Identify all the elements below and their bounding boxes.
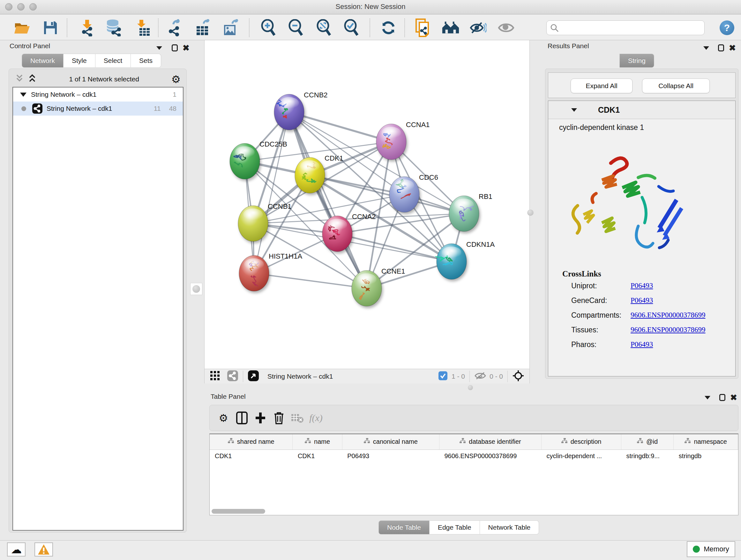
network-options-gear-button[interactable]: ⚙ xyxy=(171,74,181,84)
collapse-all-button[interactable]: Collapse All xyxy=(642,78,710,93)
save-session-button[interactable] xyxy=(42,19,59,37)
expand-collapse-box: Expand All Collapse All xyxy=(548,72,736,98)
string-network-indicator[interactable] xyxy=(227,370,239,383)
table-panel-tabs: Node TableEdge TableNetwork Table xyxy=(379,520,539,535)
table-panel-close-button[interactable]: ✖ xyxy=(728,392,739,403)
column-header-shared-name[interactable]: shared name xyxy=(210,434,293,449)
network-from-selection-button[interactable] xyxy=(414,19,432,37)
control-panel-float-button[interactable] xyxy=(169,43,180,53)
results-panel-float-button[interactable] xyxy=(716,43,726,53)
network-node-CDKN1A[interactable]: CDKN1A xyxy=(435,240,495,279)
memory-button[interactable]: Memory xyxy=(687,541,735,557)
column-label: database identifier xyxy=(469,438,521,445)
tab-style[interactable]: Style xyxy=(64,54,95,68)
results-panel-menu-button[interactable] xyxy=(701,43,712,53)
tab-network[interactable]: Network xyxy=(22,54,64,68)
network-edge-CCNB2-CCNE1[interactable] xyxy=(289,112,367,288)
collapse-all-networks-button[interactable] xyxy=(15,74,24,84)
create-column-button[interactable] xyxy=(251,409,270,427)
network-edge-HIST1H1A-CCNE1[interactable] xyxy=(254,273,367,288)
network-node-CDC6[interactable]: CDC6 xyxy=(389,173,438,212)
network-canvas[interactable]: CCNB2CCNA1CDC25BCDK1CDC6RB1CCNB1CCNA2CDK… xyxy=(204,40,530,369)
control-panel-close-button[interactable]: ✖ xyxy=(181,43,192,53)
table-panel-menu-button[interactable] xyxy=(702,392,713,403)
table-cell[interactable]: stringdb xyxy=(674,449,738,462)
zoom-selected-button[interactable] xyxy=(342,19,360,37)
crosslink-link-compartments-[interactable]: 9606.ENSP00000378699 xyxy=(630,311,705,319)
crosslink-link-genecard-[interactable]: P06493 xyxy=(630,296,653,305)
column-header-canonical-name[interactable]: canonical name xyxy=(342,434,439,449)
export-image-button[interactable] xyxy=(222,19,240,37)
column-header-description[interactable]: description xyxy=(542,434,621,449)
tab-node-table[interactable]: Node Table xyxy=(379,520,429,535)
table-cell[interactable]: cyclin-dependent ... xyxy=(542,449,621,462)
crosslink-link-tissues-[interactable]: 9606.ENSP00000378699 xyxy=(630,326,705,334)
first-neighbors-button[interactable] xyxy=(442,19,460,37)
clear-table-button[interactable] xyxy=(288,409,307,427)
left-splitter-handle[interactable] xyxy=(190,283,202,295)
table-cell[interactable]: P06493 xyxy=(342,449,439,462)
results-panel-close-button[interactable]: ✖ xyxy=(727,43,738,53)
table-cell[interactable]: 9606.ENSP00000378699 xyxy=(439,449,541,462)
show-all-button[interactable] xyxy=(497,19,515,37)
zoom-in-button[interactable] xyxy=(259,19,277,37)
warnings-button[interactable] xyxy=(35,543,53,557)
help-button[interactable]: ? xyxy=(720,20,734,35)
table-cell[interactable]: stringdb:9... xyxy=(621,449,673,462)
import-table-file-button[interactable] xyxy=(134,19,152,37)
network-node-CCNB2[interactable]: CCNB2 xyxy=(274,91,328,130)
tree-expander-icon[interactable] xyxy=(20,92,26,97)
refresh-view-button[interactable] xyxy=(380,19,397,37)
network-collection-row[interactable]: String Network – cdk1 1 xyxy=(13,87,183,102)
gene-section-header[interactable]: CDK1 xyxy=(548,101,735,119)
network-graph[interactable]: CCNB2CCNA1CDC25BCDK1CDC6RB1CCNB1CCNA2CDK… xyxy=(205,40,530,369)
selected-checkbox[interactable] xyxy=(438,371,448,382)
network-row-selected[interactable]: String Network – cdk1 11 48 xyxy=(13,102,183,116)
zoom-out-button[interactable] xyxy=(287,19,305,37)
birdseye-navigator-button[interactable] xyxy=(512,370,524,383)
grid-view-button[interactable] xyxy=(210,371,220,382)
hidden-items-indicator[interactable] xyxy=(474,371,486,381)
column-header--id[interactable]: @id xyxy=(621,434,673,449)
table-horizontal-scrollbar[interactable] xyxy=(212,509,265,514)
tab-sets[interactable]: Sets xyxy=(131,54,161,68)
export-network-button[interactable] xyxy=(165,19,183,37)
tab-network-table[interactable]: Network Table xyxy=(480,520,539,535)
column-header-database-identifier[interactable]: database identifier xyxy=(439,434,541,449)
network-node-RB1[interactable]: RB1 xyxy=(449,192,492,232)
node-table-grid[interactable]: shared namenamecanonical namedatabase id… xyxy=(210,434,738,462)
table-options-gear-button[interactable]: ⚙ xyxy=(214,409,232,427)
expand-all-button[interactable]: Expand All xyxy=(570,78,632,93)
search-input[interactable] xyxy=(561,22,702,34)
network-edge-CCNB2-HIST1H1A[interactable] xyxy=(254,112,289,273)
column-header-namespace[interactable]: namespace xyxy=(674,434,738,449)
control-panel-menu-button[interactable] xyxy=(154,43,165,53)
crosslink-link-uniprot-[interactable]: P06493 xyxy=(630,282,653,290)
cloud-status-button[interactable]: ☁ xyxy=(7,543,25,557)
hide-selected-button[interactable] xyxy=(469,19,487,37)
network-node-HIST1H1A[interactable]: HIST1H1A xyxy=(239,252,302,291)
table-row[interactable]: CDK1CDK1P064939606.ENSP00000378699cyclin… xyxy=(210,449,738,462)
section-collapse-icon[interactable] xyxy=(571,108,577,112)
tab-select[interactable]: Select xyxy=(95,54,131,68)
crosslink-link-pharos-[interactable]: P06493 xyxy=(630,340,653,349)
open-session-button[interactable] xyxy=(13,19,31,37)
zoom-fit-button[interactable] xyxy=(315,19,333,37)
network-node-CCNE1[interactable]: CCNE1 xyxy=(352,267,405,306)
detach-view-button[interactable] xyxy=(248,370,259,383)
tab-edge-table[interactable]: Edge Table xyxy=(429,520,480,535)
table-cell[interactable]: CDK1 xyxy=(210,449,293,462)
table-panel-float-button[interactable] xyxy=(717,392,728,403)
right-splitter-handle[interactable] xyxy=(527,209,534,216)
function-builder-button[interactable]: f(x) xyxy=(307,409,325,427)
expand-all-networks-button[interactable] xyxy=(27,74,37,84)
import-network-file-button[interactable] xyxy=(78,19,96,37)
show-columns-button[interactable] xyxy=(232,409,251,427)
import-network-database-button[interactable] xyxy=(105,19,123,37)
bottom-splitter-handle[interactable] xyxy=(468,385,473,390)
table-cell[interactable]: CDK1 xyxy=(293,449,342,462)
column-header-name[interactable]: name xyxy=(293,434,342,449)
delete-columns-button[interactable] xyxy=(270,409,288,427)
export-table-button[interactable] xyxy=(194,19,212,37)
tab-string[interactable]: String xyxy=(619,54,654,68)
